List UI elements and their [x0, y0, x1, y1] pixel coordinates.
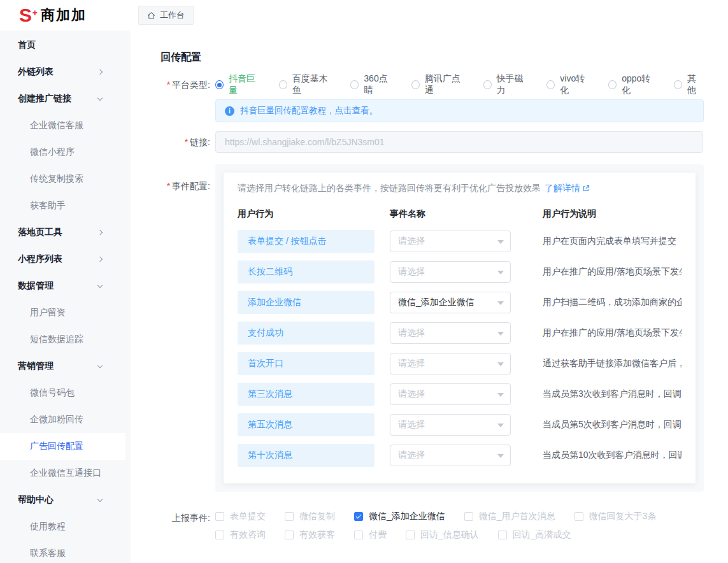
platform-radio[interactable]: 腾讯广点通: [411, 73, 466, 96]
tutorial-link[interactable]: 抖音巨量回传配置教程，点击查看。: [240, 105, 378, 117]
events-label: *事件配置:: [161, 180, 210, 192]
sidebar-item[interactable]: 企业微信互通接口: [0, 460, 131, 487]
sidebar-item[interactable]: 微信号码包: [0, 380, 131, 406]
platform-radio-group: 抖音巨量 百度基木鱼 360点睛 腾讯广点通: [215, 73, 703, 96]
sidebar-item[interactable]: 用户留资: [0, 299, 131, 326]
platform-radio[interactable]: 360点睛: [350, 73, 394, 96]
report-checkbox[interactable]: 有效咨询: [215, 529, 266, 541]
event-select[interactable]: 请选择: [390, 353, 511, 374]
behavior-chip[interactable]: 第三次消息: [238, 383, 375, 406]
sidebar-item[interactable]: 联系客服: [0, 540, 131, 563]
sidebar-item[interactable]: 帮助中心: [0, 487, 131, 513]
report-checkbox[interactable]: 微信复制: [285, 511, 335, 522]
report-checkbox[interactable]: 表单提交: [215, 511, 266, 522]
event-row: 第十次消息 请选择 当成员第10次收到客户消息时，回调此事...: [238, 444, 682, 467]
sidebar-item[interactable]: 企业微信客服: [0, 112, 131, 139]
link-input[interactable]: [215, 131, 703, 153]
sidebar-item[interactable]: 使用教程: [0, 513, 131, 540]
event-select-value: 请选择: [398, 266, 425, 278]
sidebar-item[interactable]: 数据管理: [0, 273, 131, 299]
behavior-chip[interactable]: 表单提交 / 按钮点击: [238, 230, 375, 253]
sidebar-item-label: 用户留资: [30, 307, 66, 318]
behavior-desc: 当成员第5次收到客户消息时，回调此事...: [543, 419, 682, 431]
platform-radio[interactable]: 其他: [674, 73, 703, 96]
sidebar-item[interactable]: 营销管理: [0, 353, 131, 380]
events-table-body: 表单提交 / 按钮点击 请选择 用户在页面内完成表单填写并提交 长按二维码 请选…: [238, 230, 682, 467]
behavior-chip[interactable]: 添加企业微信: [238, 291, 375, 314]
required-asterisk: *: [185, 137, 188, 147]
behavior-chip-label: 首次开口: [248, 358, 283, 369]
event-select-value: 请选择: [398, 450, 425, 461]
radio-label: 抖音巨量: [229, 73, 261, 96]
sidebar-item[interactable]: 外链列表: [0, 59, 131, 85]
report-checkbox[interactable]: 回访_信息确认: [406, 529, 479, 541]
behavior-chip-label: 第三次消息: [248, 388, 292, 400]
chevron-icon: [97, 362, 103, 367]
events-card: 请选择用户转化链路上的各类事件，按链路回传将更有利于优化广告投放效果 了解详情 …: [224, 173, 696, 483]
behavior-chip[interactable]: 首次开口: [238, 352, 375, 375]
event-select[interactable]: 请选择: [390, 445, 511, 466]
report-checkbox-group: 表单提交 微信复制 微信_添加企业微信 微信_用户首次消息: [215, 510, 656, 542]
behavior-chip[interactable]: 第五次消息: [238, 413, 375, 436]
col-event-name: 事件名称: [390, 208, 511, 220]
behavior-chip[interactable]: 第十次消息: [238, 444, 375, 467]
home-icon: [147, 11, 155, 20]
report-checkbox[interactable]: 微信回复大于3条: [575, 511, 657, 522]
event-row: 第三次消息 请选择 当成员第3次收到客户消息时，回调此事...: [238, 383, 682, 406]
checkbox-icon: [354, 531, 363, 539]
platform-radio[interactable]: 抖音巨量: [215, 73, 261, 96]
sidebar-item[interactable]: 小程序列表: [0, 246, 131, 273]
sidebar-item[interactable]: 落地页工具: [0, 219, 131, 246]
caret-down-icon: [497, 454, 504, 458]
learn-more-link[interactable]: 了解详情: [545, 183, 590, 194]
radio-icon: [411, 80, 420, 89]
platform-radio[interactable]: vivo转化: [546, 73, 590, 96]
event-select-value: 请选择: [398, 388, 425, 400]
sidebar-item[interactable]: 获客助手: [0, 192, 131, 219]
sidebar-item[interactable]: 传统复制搜索: [0, 166, 131, 192]
radio-icon: [215, 80, 224, 89]
checkbox-icon: [215, 531, 224, 539]
behavior-chip[interactable]: 长按二维码: [238, 260, 375, 283]
behavior-desc: 当成员第10次收到客户消息时，回调此事...: [543, 450, 682, 461]
report-checkbox[interactable]: 回访_高潜成交: [498, 529, 571, 541]
tab-workspace[interactable]: 工作台: [138, 6, 194, 25]
chevron-icon: [97, 95, 103, 100]
report-checkbox[interactable]: 微信_用户首次消息: [464, 511, 555, 522]
chevron-icon: [97, 257, 103, 262]
radio-label: 快手磁力: [497, 73, 529, 96]
sidebar-item[interactable]: 企微加粉回传: [0, 406, 131, 433]
behavior-chip-label: 长按二维码: [248, 266, 292, 278]
sidebar-item[interactable]: 短信数据追踪: [0, 326, 131, 353]
events-panel: 请选择用户转化链路上的各类事件，按链路回传将更有利于优化广告投放效果 了解详情 …: [215, 164, 704, 492]
app-header: S+ 商加加 工作台: [0, 0, 728, 31]
sidebar-item[interactable]: 创建推广链接: [0, 85, 131, 112]
platform-label: *平台类型:: [161, 78, 210, 91]
sidebar-item-label: 短信数据追踪: [30, 334, 83, 345]
sidebar-item[interactable]: 广告回传配置: [0, 433, 125, 460]
event-select[interactable]: 请选择: [390, 322, 511, 344]
sidebar-item-label: 落地页工具: [18, 227, 62, 238]
event-select[interactable]: 微信_添加企业微信: [390, 292, 511, 313]
report-checkbox[interactable]: 微信_添加企业微信: [354, 511, 445, 522]
event-select[interactable]: 请选择: [390, 261, 511, 283]
platform-radio[interactable]: 百度基木鱼: [279, 73, 333, 96]
event-select[interactable]: 请选择: [390, 383, 511, 405]
radio-label: 百度基木鱼: [292, 73, 333, 96]
event-select[interactable]: 请选择: [390, 414, 511, 436]
sidebar-item[interactable]: 首页: [0, 32, 131, 59]
checkbox-icon: [285, 512, 294, 521]
sidebar-item-label: 传统复制搜索: [30, 173, 83, 185]
report-checkbox[interactable]: 付费: [354, 529, 387, 541]
platform-radio[interactable]: 快手磁力: [483, 73, 529, 96]
behavior-desc: 通过获客助手链接添加微信客户后，当微...: [543, 358, 682, 369]
event-select[interactable]: 请选择: [390, 231, 511, 252]
event-select-value: 请选择: [398, 419, 425, 431]
platform-radio[interactable]: oppo转化: [608, 73, 656, 96]
behavior-chip[interactable]: 支付成功: [238, 322, 375, 345]
sidebar-item-label: 创建推广链接: [18, 93, 71, 104]
sidebar-item[interactable]: 微信小程序: [0, 139, 131, 166]
report-label: 上报事件:: [161, 511, 210, 524]
radio-label: vivo转化: [560, 73, 590, 96]
report-checkbox[interactable]: 有效获客: [285, 529, 335, 541]
